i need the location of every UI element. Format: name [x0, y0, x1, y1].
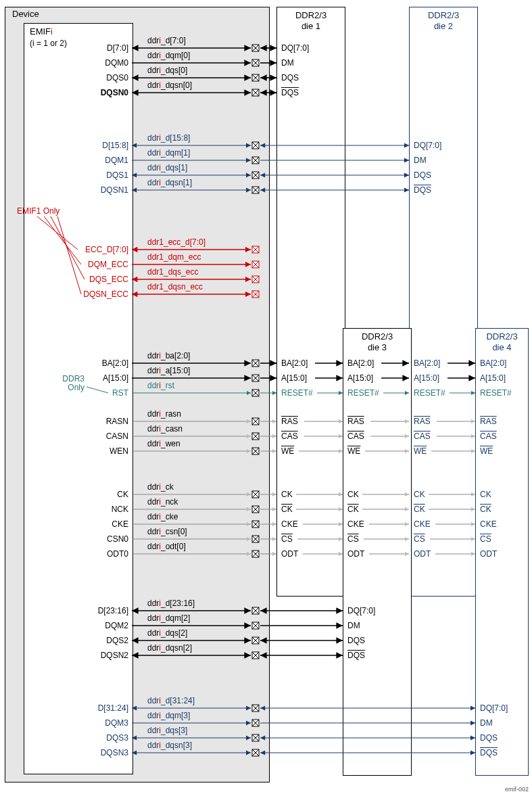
emif-pin-dqm2: DQM2	[64, 621, 128, 630]
die4-ck-n: CK	[480, 505, 491, 514]
die3-ck: CK	[347, 490, 359, 499]
die3-title-l1: DDR2/3	[362, 331, 393, 342]
die4-cke: CKE	[480, 519, 497, 529]
die2-odt: ODT	[414, 549, 431, 559]
emif-label: EMIFi	[30, 26, 53, 37]
net-dqm2: ddri_dqm[2]	[147, 613, 190, 623]
net-csn0: ddri_csn[0]	[147, 527, 187, 536]
die3-we: WE	[347, 446, 360, 456]
emif-pin-d2316: D[23:16]	[64, 606, 128, 615]
net-nck: ddri_nck	[147, 497, 178, 507]
net-rasn: ddri_rasn	[147, 409, 181, 419]
die2-dm: DM	[414, 156, 427, 165]
die4-odt: ODT	[480, 549, 497, 559]
die2-dqs-n: DQS	[414, 185, 431, 195]
die3-cas: CAS	[347, 431, 364, 441]
die2-cs: CS	[414, 534, 425, 544]
net-d70: ddri_d[7:0]	[147, 36, 186, 45]
net-dqs2: ddri_dqs[2]	[147, 628, 187, 638]
net-rst: ddri_rst	[147, 381, 174, 390]
die2-cas: CAS	[414, 431, 431, 441]
emif-pin-csn0: CSN0	[64, 534, 128, 544]
emif-label-prefix: EMIF	[30, 26, 51, 37]
die4-dqs-n: DQS	[480, 748, 498, 757]
die1-we: WE	[281, 446, 294, 456]
figure-id: emif-002	[505, 786, 529, 793]
die2-title-l2: die 2	[434, 21, 453, 31]
die4-dq: DQ[7:0]	[480, 703, 508, 713]
die3-cke: CKE	[347, 519, 364, 529]
device-label: Device	[12, 9, 39, 19]
die1-a: A[15:0]	[281, 373, 307, 383]
die2-ba: BA[2:0]	[414, 358, 440, 368]
net-dqm3: ddri_dqm[3]	[147, 711, 190, 720]
net-dqs0: ddri_dqs[0]	[147, 66, 187, 75]
emif-pin-dqs2: DQS2	[64, 636, 128, 645]
die3-cs: CS	[347, 534, 359, 544]
net-dqsn-ecc: ddr1_dqsn_ecc	[147, 282, 203, 291]
die1-odt: ODT	[281, 549, 298, 559]
die1-dqs-n: DQS	[281, 88, 299, 97]
ddr3-only-label: DDR3Only	[47, 375, 84, 392]
net-dqs3: ddri_dqs[3]	[147, 726, 187, 735]
net-d158: ddri_d[15:8]	[147, 133, 190, 143]
die3-ck-n: CK	[347, 505, 359, 514]
die4-title: DDR2/3 die 4	[476, 331, 528, 352]
emif-pin-ck: CK	[64, 490, 128, 499]
emif-pin-dqsn3: DQSN3	[64, 748, 128, 757]
die4-cas: CAS	[480, 431, 497, 441]
die4-title-l2: die 4	[492, 342, 511, 352]
net-d3124: ddri_d[31:24]	[147, 696, 195, 705]
die1-title-l2: die 1	[301, 21, 320, 31]
emif-pin-dqsn1: DQSN1	[64, 185, 128, 195]
net-dqsn2: ddri_dqsn[2]	[147, 643, 192, 653]
die4-ba: BA[2:0]	[480, 358, 506, 368]
die4-a: A[15:0]	[480, 373, 506, 383]
die1-ck: CK	[281, 490, 293, 499]
emif-pin-odt0: ODT0	[64, 549, 128, 559]
die1-ck-n: CK	[281, 505, 293, 514]
emif-pin-dqsn0: DQSN0	[64, 88, 128, 97]
net-cke: ddri_cke	[147, 512, 178, 521]
die3-ba: BA[2:0]	[347, 358, 374, 368]
die1-title-l1: DDR2/3	[295, 10, 327, 20]
die4-dm: DM	[480, 718, 493, 728]
die2-dqs: DQS	[414, 170, 431, 180]
die2-ck: CK	[414, 490, 425, 499]
emif-pin-d3124: D[31:24]	[64, 703, 128, 713]
net-d2316: ddri_d[23:16]	[147, 599, 195, 608]
die3-dq: DQ[7:0]	[347, 606, 375, 615]
die3-a: A[15:0]	[347, 373, 373, 383]
net-a: ddri_a[15:0]	[147, 366, 190, 375]
die4-dqs: DQS	[480, 733, 498, 743]
net-ba: ddri_ba[2:0]	[147, 351, 190, 360]
net-dqm0: ddri_dqm[0]	[147, 51, 190, 60]
net-dqs1: ddri_dqs[1]	[147, 163, 187, 172]
die1-reset: RESET#	[281, 388, 313, 398]
emif-pin-dqm-ecc: DQM_ECC	[64, 260, 128, 269]
net-dqsn1: ddri_dqsn[1]	[147, 178, 192, 187]
emif-pin-dqm3: DQM3	[64, 718, 128, 728]
die2-ck-n: CK	[414, 505, 425, 514]
emif-pin-wen: WEN	[64, 446, 128, 456]
die3-dqs: DQS	[347, 636, 365, 645]
emif-pin-d70: D[7:0]	[64, 43, 128, 53]
net-wen: ddri_wen	[147, 439, 180, 448]
net-dqm1: ddri_dqm[1]	[147, 148, 190, 158]
die3-dqs-n: DQS	[347, 651, 365, 660]
die1-title: DDR2/3 die 1	[277, 10, 345, 31]
emif-pin-d158: D[15:8]	[64, 141, 128, 150]
emif1-only-label: EMIF1 Only	[17, 206, 59, 216]
emif-label-i: i	[51, 26, 53, 37]
die2-ras: RAS	[414, 417, 431, 426]
net-dqsn3: ddri_dqsn[3]	[147, 741, 192, 750]
emif-box: EMIFi (i = 1 or 2)	[24, 23, 133, 774]
die1-dqs: DQS	[281, 73, 299, 83]
emif-pin-dqsn-ecc: DQSN_ECC	[64, 289, 128, 299]
die1-ras: RAS	[281, 417, 298, 426]
emif-pin-dqm0: DQM0	[64, 58, 128, 68]
die2-cke: CKE	[414, 519, 431, 529]
die2-title: DDR2/3 die 2	[410, 10, 477, 31]
die1-cs: CS	[281, 534, 293, 544]
die1-cas: CAS	[281, 431, 298, 441]
